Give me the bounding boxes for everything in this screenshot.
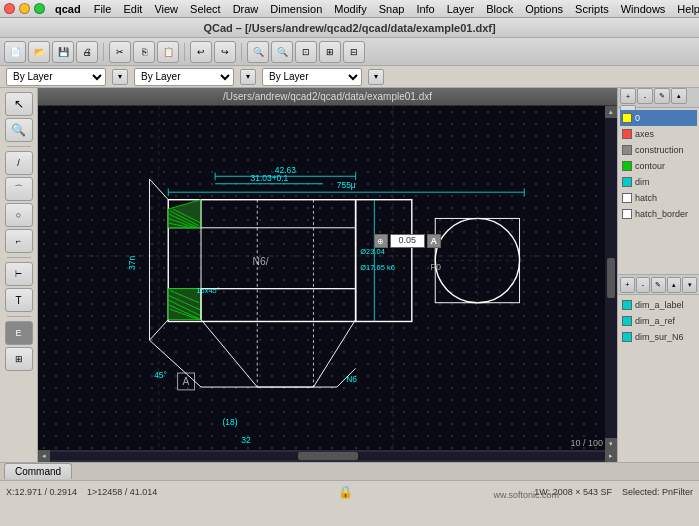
zoom-tool[interactable]: 🔍	[5, 118, 33, 142]
undo-button[interactable]: ↩	[190, 41, 212, 63]
block-item-dim-a-ref[interactable]: dim_a_ref	[620, 313, 697, 329]
modify-tool-active[interactable]: E	[5, 321, 33, 345]
menu-dimension[interactable]: Dimension	[265, 3, 327, 15]
layer-color-0	[622, 113, 632, 123]
menu-file[interactable]: File	[89, 3, 117, 15]
zoom-prev-button[interactable]: ⊟	[343, 41, 365, 63]
svg-marker-51	[201, 289, 356, 387]
h-scrollbar[interactable]: ◂ ▸	[38, 450, 617, 462]
dim-tool[interactable]: ⊢	[5, 262, 33, 286]
save-button[interactable]: 💾	[52, 41, 74, 63]
snap-up-button[interactable]: ▴	[667, 277, 682, 293]
close-button[interactable]	[4, 3, 15, 14]
layer-item-axes[interactable]: axes	[620, 126, 697, 142]
snap-edit-button[interactable]: ✎	[651, 277, 666, 293]
status-bar: X:12.971 / 0.2914 1>12458 / 41.014 🔒 1W:…	[0, 481, 699, 504]
block-item-dim-a-label[interactable]: dim_a_label	[620, 297, 697, 313]
menu-draw[interactable]: Draw	[228, 3, 264, 15]
menu-modify[interactable]: Modify	[329, 3, 371, 15]
block-item-dim-sur-n6[interactable]: dim_sur_N6	[620, 329, 697, 345]
paste-button[interactable]: 📋	[157, 41, 179, 63]
color-select[interactable]: By Layer	[262, 68, 362, 86]
v-scrollbar[interactable]: ▴ ▾	[605, 106, 617, 450]
line-dropdown-arrow[interactable]: ▾	[240, 69, 256, 85]
open-button[interactable]: 📂	[28, 41, 50, 63]
block-tool[interactable]: ⊞	[5, 347, 33, 371]
menu-scripts[interactable]: Scripts	[570, 3, 614, 15]
menu-block[interactable]: Block	[481, 3, 518, 15]
v-scroll-track[interactable]	[605, 118, 617, 438]
redo-button[interactable]: ↪	[214, 41, 236, 63]
cad-svg: A P0 755μ 42.63 31.03+0.1 15x45°	[38, 106, 617, 462]
h-scroll-thumb[interactable]	[298, 452, 358, 460]
layer-item-0[interactable]: 0	[620, 110, 697, 126]
arc-tool[interactable]: ⌒	[5, 177, 33, 201]
print-button[interactable]: 🖨	[76, 41, 98, 63]
menu-snap[interactable]: Snap	[374, 3, 410, 15]
menu-help[interactable]: Help	[672, 3, 699, 15]
layer-name-contour: contour	[635, 161, 665, 171]
pen-select[interactable]: By Layer	[6, 68, 106, 86]
zoom-window-button[interactable]: ⊞	[319, 41, 341, 63]
line-select[interactable]: By Layer	[134, 68, 234, 86]
layer-del-button[interactable]: -	[637, 88, 653, 104]
color-dropdown-arrow[interactable]: ▾	[368, 69, 384, 85]
text-tool[interactable]: T	[5, 288, 33, 312]
cad-viewport[interactable]: /Users/andrew/qcad2/qcad/data/example01.…	[38, 88, 617, 462]
v-scroll-thumb[interactable]	[607, 258, 615, 298]
h-scroll-track[interactable]	[50, 452, 605, 460]
maximize-button[interactable]	[34, 3, 45, 14]
menu-windows[interactable]: Windows	[616, 3, 671, 15]
block-color-3	[622, 332, 632, 342]
snap-del-button[interactable]: -	[636, 277, 651, 293]
minimize-button[interactable]	[19, 3, 30, 14]
layer-add-button[interactable]: +	[620, 88, 636, 104]
status-dim: 1>12458 / 41.014	[87, 487, 157, 497]
svg-text:755μ: 755μ	[337, 180, 356, 190]
zoom-in-button[interactable]: 🔍	[247, 41, 269, 63]
circle-tool[interactable]: ○	[5, 203, 33, 227]
line-tool[interactable]: /	[5, 151, 33, 175]
copy-button[interactable]: ⎘	[133, 41, 155, 63]
snap-add-button[interactable]: +	[620, 277, 635, 293]
layer-edit-button[interactable]: ✎	[654, 88, 670, 104]
layer-name-hatch-border: hatch_border	[635, 209, 688, 219]
zoom-out-button[interactable]: 🔍	[271, 41, 293, 63]
menu-edit[interactable]: Edit	[118, 3, 147, 15]
menu-options[interactable]: Options	[520, 3, 568, 15]
sep1	[103, 43, 104, 61]
zoom-fit-button[interactable]: ⊡	[295, 41, 317, 63]
lock-icon: 🔒	[338, 485, 353, 499]
pen-dropdown-arrow[interactable]: ▾	[112, 69, 128, 85]
command-tab[interactable]: Command	[4, 463, 72, 479]
layer-item-dim[interactable]: dim	[620, 174, 697, 190]
layer-name-axes: axes	[635, 129, 654, 139]
layer-item-hatch[interactable]: hatch	[620, 190, 697, 206]
cad-drawing-area[interactable]: A P0 755μ 42.63 31.03+0.1 15x45°	[38, 106, 617, 462]
scroll-left-button[interactable]: ◂	[38, 450, 50, 462]
layer-item-construction[interactable]: construction	[620, 142, 697, 158]
layer-color-hatch-border	[622, 209, 632, 219]
main-area: ↖ 🔍 / ⌒ ○ ⌐ ⊢ T E ⊞ /Users/andrew/qcad2/…	[0, 88, 699, 462]
svg-rect-18	[356, 200, 412, 322]
coord-value[interactable]: 0.05	[390, 234, 425, 248]
layer-item-hatch-border[interactable]: hatch_border	[620, 206, 697, 222]
menu-select[interactable]: Select	[185, 3, 226, 15]
select-tool[interactable]: ↖	[5, 92, 33, 116]
layer-item-contour[interactable]: contour	[620, 158, 697, 174]
snap-down-button[interactable]: ▾	[682, 277, 697, 293]
layer-panel-top: + - ✎ ▴ ▾ 0 axes construction	[618, 88, 699, 275]
new-button[interactable]: 📄	[4, 41, 26, 63]
cad-window-title: /Users/andrew/qcad2/qcad/data/example01.…	[38, 88, 617, 106]
menu-info[interactable]: Info	[411, 3, 439, 15]
svg-text:N6/: N6/	[253, 256, 269, 267]
cut-button[interactable]: ✂	[109, 41, 131, 63]
menu-layer[interactable]: Layer	[442, 3, 480, 15]
layer-up-button[interactable]: ▴	[671, 88, 687, 104]
bottom-area: Command ww.softonic.com X:12.971 / 0.291…	[0, 462, 699, 504]
menu-view[interactable]: View	[149, 3, 183, 15]
scroll-right-button[interactable]: ▸	[605, 450, 617, 462]
scroll-down-button[interactable]: ▾	[605, 438, 617, 450]
polyline-tool[interactable]: ⌐	[5, 229, 33, 253]
scroll-up-button[interactable]: ▴	[605, 106, 617, 118]
